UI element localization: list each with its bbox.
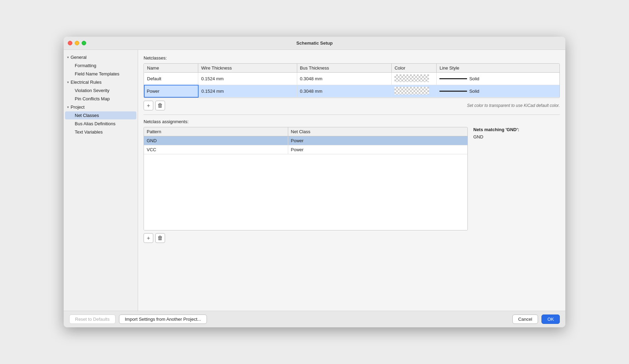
cancel-button[interactable]: Cancel [512, 315, 538, 324]
col-header-bus: Bus Thickness [297, 64, 392, 73]
divider [144, 115, 560, 115]
sidebar-item-violation-severity[interactable]: Violation Severity [65, 87, 136, 94]
sidebar-item-bus-alias-definitions[interactable]: Bus Alias Definitions [65, 120, 136, 128]
main-panel: Netclasses: Name Wire Thickness Bus Thic… [138, 50, 565, 311]
reset-defaults-button[interactable]: Reset to Defaults [69, 315, 116, 324]
sidebar: ▾ General Formatting Field Name Template… [64, 50, 138, 311]
netclasses-table: Name Wire Thickness Bus Thickness Color … [144, 64, 559, 98]
sidebar-item-field-name-templates[interactable]: Field Name Templates [65, 70, 136, 78]
delete-netclass-button[interactable]: 🗑 [155, 101, 165, 110]
titlebar: Schematic Setup [64, 37, 565, 50]
assign-col-header-netclass: Net Class [288, 127, 467, 136]
assignments-toolbar: ＋ 🗑 [144, 233, 468, 243]
chevron-down-icon: ▾ [67, 55, 69, 59]
content-area: ▾ General Formatting Field Name Template… [64, 50, 565, 311]
delete-assignment-button[interactable]: 🗑 [155, 233, 165, 243]
minimize-button[interactable] [75, 41, 79, 45]
sidebar-item-text-variables[interactable]: Text Variables [65, 128, 136, 136]
nets-matching-list: GND [473, 134, 560, 139]
sidebar-section-project[interactable]: ▾ Project [64, 103, 138, 111]
bottom-bar: Reset to Defaults Import Settings from A… [64, 311, 565, 327]
add-netclass-button[interactable]: ＋ [144, 101, 153, 110]
netclass-linestyle-default: Solid [437, 73, 559, 85]
assignments-table-wrap: Pattern Net Class GND Power VC [144, 127, 468, 246]
solid-line-icon-2 [439, 91, 467, 92]
col-header-wire: Wire Thickness [198, 64, 297, 73]
assignments-table: Pattern Net Class GND Power VC [144, 127, 467, 154]
col-header-color: Color [392, 64, 437, 73]
assign-pattern-vcc: VCC [144, 145, 288, 154]
netclass-color-default[interactable] [392, 73, 437, 85]
chevron-down-icon-3: ▾ [67, 105, 69, 109]
netclass-name-default: Default [144, 73, 198, 85]
sidebar-item-formatting[interactable]: Formatting [65, 62, 136, 70]
empty-rows [144, 154, 467, 230]
nets-matching-title: Nets matching 'GND': [473, 127, 560, 132]
window-controls [68, 41, 86, 45]
netclasses-title: Netclasses: [144, 55, 560, 61]
color-hint: Set color to transparent to use KiCad de… [467, 103, 560, 108]
sidebar-section-general[interactable]: ▾ General [64, 53, 138, 61]
color-swatch-power [394, 87, 429, 94]
assign-netclass-vcc: Power [288, 145, 467, 154]
import-settings-button[interactable]: Import Settings from Another Project... [119, 315, 207, 324]
table-row[interactable]: Power 0.1524 mm 0.3048 mm Solid [144, 85, 559, 98]
close-button[interactable] [68, 41, 72, 45]
netclass-wire-default: 0.1524 mm [198, 73, 297, 85]
sidebar-section-general-label: General [71, 55, 86, 60]
sidebar-section-project-label: Project [71, 104, 84, 110]
netclass-name-power: Power [144, 85, 198, 98]
maximize-button[interactable] [82, 41, 86, 45]
netclass-wire-power: 0.1524 mm [198, 85, 297, 98]
col-header-linestyle: Line Style [437, 64, 559, 73]
assignments-title: Netclass assignments: [144, 119, 560, 124]
table-row[interactable]: Default 0.1524 mm 0.3048 mm Solid [144, 73, 559, 85]
ok-button[interactable]: OK [541, 315, 560, 324]
col-header-name: Name [144, 64, 198, 73]
sidebar-section-electrical-rules[interactable]: ▾ Electrical Rules [64, 78, 138, 86]
sidebar-item-pin-conflicts-map[interactable]: Pin Conflicts Map [65, 95, 136, 103]
assign-netclass-gnd: Power [288, 136, 467, 145]
net-item: GND [473, 134, 483, 139]
window-title: Schematic Setup [297, 40, 333, 46]
netclasses-table-container: Name Wire Thickness Bus Thickness Color … [144, 63, 560, 98]
main-window: Schematic Setup ▾ General Formatting Fie… [64, 37, 565, 327]
netclasses-toolbar: ＋ 🗑 Set color to transparent to use KiCa… [144, 101, 560, 110]
assign-col-header-pattern: Pattern [144, 127, 288, 136]
assignments-section: Pattern Net Class GND Power VC [144, 127, 560, 246]
table-row[interactable]: VCC Power [144, 145, 467, 154]
add-assignment-button[interactable]: ＋ [144, 233, 153, 243]
linestyle-cell-default: Solid [439, 76, 557, 81]
linestyle-cell-power: Solid [439, 89, 557, 94]
netclass-color-power[interactable] [392, 85, 437, 98]
assignments-table-container: Pattern Net Class GND Power VC [144, 127, 468, 230]
sidebar-item-net-classes[interactable]: Net Classes [65, 111, 136, 119]
nets-matching-panel: Nets matching 'GND': GND [473, 127, 560, 246]
assign-pattern-gnd: GND [144, 136, 288, 145]
netclass-bus-default: 0.3048 mm [297, 73, 392, 85]
color-swatch-default [394, 74, 429, 82]
table-row[interactable]: GND Power [144, 136, 467, 145]
netclass-linestyle-power: Solid [437, 85, 559, 98]
sidebar-section-electrical-rules-label: Electrical Rules [71, 80, 102, 85]
chevron-down-icon-2: ▾ [67, 80, 69, 84]
netclass-bus-power: 0.3048 mm [297, 85, 392, 98]
solid-line-icon [439, 78, 467, 79]
